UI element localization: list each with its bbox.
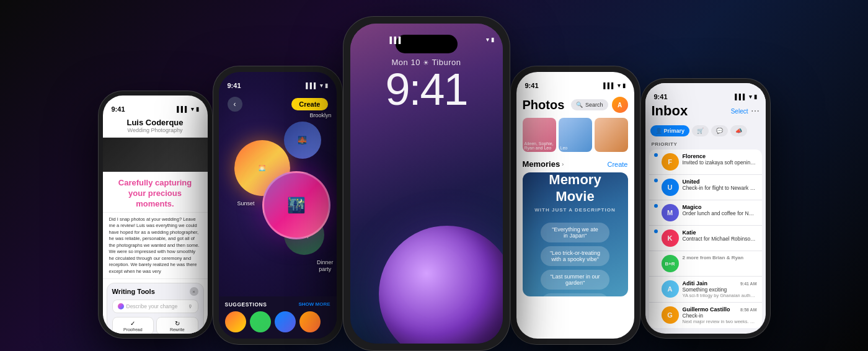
suggestion-avatars [225, 311, 330, 332]
sunset-label: Sunset [237, 200, 255, 207]
input-placeholder: Describe your change [126, 303, 185, 309]
battery-icon: ▮ [325, 82, 328, 89]
phone2-status-bar: 9:41 ▌▌▌ ▾ ▮ [219, 72, 337, 94]
suggestion-avatar-3[interactable] [275, 311, 296, 332]
suggestion-avatar-4[interactable] [299, 311, 321, 332]
sender-avatar: F [662, 153, 679, 171]
photo-item-2[interactable]: Leo [559, 118, 592, 152]
mail-item[interactable]: F Florence Invited to izakaya soft openi… [649, 149, 762, 175]
memory-card-subtitle: WITH JUST A DESCRIPTION [534, 207, 615, 213]
mail-preview: YA sci-fi trilogy by Ghanaian author, Lo… [683, 293, 757, 298]
signal-icon: ▌▌▌ [306, 82, 317, 89]
day-text: Mon 10 [392, 58, 420, 67]
signal-icon: ▌▌▌ [603, 82, 615, 89]
mail-subject: Contract for Michael Robinson's book nee… [683, 236, 757, 242]
memory-card-title: Create a Memory Movie [533, 172, 618, 205]
sender-avatar: A [662, 280, 679, 298]
sender-avatar: G [662, 306, 679, 324]
mood-background: 9:41 ▌▌▌ ▾ ▮ ‹ Create 🌅 🌃 [219, 72, 337, 339]
mail-item[interactable]: M Magico Order lunch and coffee for Neet… [649, 200, 762, 226]
mail-subject: Something exciting [683, 287, 757, 293]
photo-item-3[interactable] [595, 118, 628, 152]
writing-tools-panel: Writing Tools × Describe your change 🎙 ✓… [107, 283, 204, 334]
mail-item[interactable]: G Guillermo Castillo 8:58 AM Check-in Ne… [649, 303, 762, 328]
bubble-icon: 🌃 [287, 197, 306, 214]
mic-icon: 🎙 [188, 304, 193, 309]
signal-icon: ▌▌▌ [735, 94, 746, 100]
mail-content: United Check-in for flight to Newark EWR… [683, 179, 757, 191]
memories-create-button[interactable]: Create [607, 161, 627, 168]
sender-name: Florence [683, 153, 757, 159]
show-more-button[interactable]: SHOW MORE [298, 301, 330, 308]
memory-movie-card[interactable]: Create a Memory Movie WITH JUST A DESCRI… [523, 172, 628, 296]
lock-screen-bg: ▌▌▌ ▾ ▮ Mon 10 ☀ Tiburon 9:41 [350, 24, 503, 344]
phone4-status-bar: 9:41 ▌▌▌ ▾ ▮ [516, 72, 634, 94]
battery-icon: ▮ [754, 94, 757, 100]
writing-tools-close-button[interactable]: × [190, 287, 198, 296]
more-button[interactable]: ⋯ [751, 106, 760, 116]
suggestion-avatar-2[interactable] [250, 311, 271, 332]
mail-item[interactable]: K Katie Contract for Michael Robinson's … [649, 226, 762, 251]
scene: 9:41 ▌▌▌ ▾ ▮ Luis Coderque Wedding Photo… [0, 0, 868, 351]
rewrite-button[interactable]: ↻ Rewrite [156, 317, 198, 334]
brooklyn-bubble[interactable]: 🌉 [284, 122, 321, 159]
mail-content: Florence Invited to izakaya soft opening… [683, 153, 757, 166]
tab-shopping[interactable]: 🛒 [692, 125, 709, 136]
dinner-label: Dinnerparty [317, 259, 334, 273]
wifi-icon: ▾ [486, 37, 489, 43]
proofread-label: Proofread [114, 327, 153, 332]
mail-subject: Check-in for flight to Newark EWR from S… [683, 185, 757, 191]
phone1-screen: 9:41 ▌▌▌ ▾ ▮ Luis Coderque Wedding Photo… [103, 96, 208, 334]
proofread-button[interactable]: ✓ Proofread [112, 317, 154, 334]
tab-primary[interactable]: 👤 Primary [650, 125, 690, 136]
wifi-icon: ▾ [191, 106, 194, 112]
suggestions-label: SUGGESTIONS [225, 301, 267, 308]
photos-header-actions: 🔍 Search A [571, 97, 628, 113]
memories-title-row: Memories › [523, 159, 564, 169]
sender-name: Guillermo Castillo 8:58 AM [683, 306, 757, 313]
tab-messages[interactable]: 💬 [711, 125, 728, 136]
sender-avatar: U [662, 179, 679, 196]
sender-avatar: M [662, 204, 679, 221]
phone4-time: 9:41 [525, 82, 539, 89]
mail-content: Aditi Jain 9:41 AM Something exciting YA… [683, 280, 757, 298]
suggestions-bar: SUGGESTIONS SHOW MORE [219, 296, 337, 339]
photos-search-button[interactable]: 🔍 Search [571, 99, 608, 110]
mail-item[interactable]: U United Check-in for flight to Newark E… [649, 175, 762, 200]
weather-icon: ☀ [423, 59, 430, 67]
group-note: 2 more from Brian & Ryan [683, 255, 757, 260]
unread-dot [654, 153, 658, 157]
writing-tools-header: Writing Tools × [112, 287, 198, 296]
tab-notifications[interactable]: 📣 [730, 125, 747, 136]
photos-strip: Aileen, Sophie, Ryan and Leo Leo [516, 118, 634, 157]
main-bubble[interactable]: 🌃 [262, 171, 330, 239]
mail-item[interactable]: A Aditi Jain 9:41 AM Something exciting … [649, 277, 762, 303]
sender-name: United [683, 179, 757, 185]
memory-suggestion-3[interactable]: "Last summer in our garden" [541, 270, 609, 290]
memory-suggestion-2[interactable]: "Leo trick-or-treating with a spooky vib… [541, 246, 609, 266]
suggestion-avatar-1[interactable] [225, 311, 246, 332]
mail-list: F Florence Invited to izakaya soft openi… [649, 149, 762, 328]
brooklyn-icon: 🌉 [298, 136, 307, 144]
phone5-screen: 9:41 ▌▌▌ ▾ ▮ Inbox Select ⋯ [645, 83, 766, 334]
phone5-icons: ▌▌▌ ▾ ▮ [735, 94, 756, 100]
rewrite-icon: ↻ [158, 320, 197, 327]
photo-label-1: Aileen, Sophie, Ryan and Leo [525, 141, 554, 150]
writing-tools-input[interactable]: Describe your change 🎙 [112, 300, 198, 313]
phone3-screen: ▌▌▌ ▾ ▮ Mon 10 ☀ Tiburon 9:41 [350, 24, 503, 344]
phone2-time: 9:41 [228, 82, 241, 89]
hero-image [103, 138, 208, 172]
describe-memory-input[interactable]: 🎙 Describe a Memory... [541, 293, 609, 296]
phone2-icons: ▌▌▌ ▾ ▮ [306, 82, 327, 89]
lock-screen-time: 9:41 [350, 67, 503, 112]
photo-item-1[interactable]: Aileen, Sophie, Ryan and Leo [523, 118, 556, 152]
memory-card-content: Create a Memory Movie WITH JUST A DESCRI… [523, 172, 628, 296]
wifi-icon: ▾ [618, 82, 621, 89]
mail-content: 2 more from Brian & Ryan [683, 255, 757, 260]
photos-avatar[interactable]: A [612, 97, 628, 113]
phone-mail: 9:41 ▌▌▌ ▾ ▮ Inbox Select ⋯ [640, 78, 771, 339]
mail-group-item[interactable]: B+R 2 more from Brian & Ryan [649, 251, 762, 277]
memory-suggestion-1[interactable]: "Everything we ate in Japan" [541, 223, 609, 242]
unread-dot [654, 204, 658, 208]
select-button[interactable]: Select [731, 108, 748, 115]
